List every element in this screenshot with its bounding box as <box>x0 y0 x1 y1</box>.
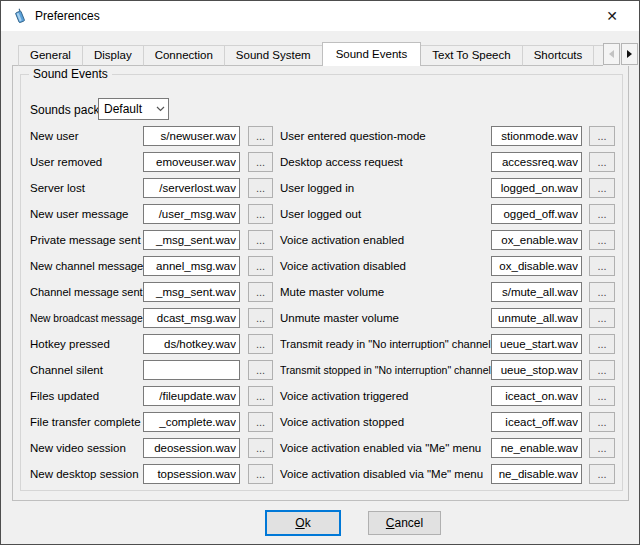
sound-file-input[interactable] <box>491 464 582 484</box>
sound-file-input[interactable] <box>491 152 582 172</box>
browse-button[interactable]: ... <box>248 282 273 302</box>
sound-file-input[interactable] <box>143 386 240 406</box>
ok-button[interactable]: Ok <box>265 510 341 536</box>
tab-scroll-left-button[interactable] <box>603 43 620 65</box>
browse-button[interactable]: ... <box>248 360 273 380</box>
events-column-left: New user ... User removed ... Server los… <box>30 123 274 487</box>
browse-button[interactable]: ... <box>248 204 273 224</box>
browse-button[interactable]: ... <box>589 412 615 432</box>
sound-file-input[interactable] <box>143 282 240 302</box>
sound-event-label: Server lost <box>30 182 143 194</box>
browse-button[interactable]: ... <box>248 230 273 250</box>
browse-button[interactable]: ... <box>589 230 615 250</box>
tab-sound-system[interactable]: Sound System <box>224 45 323 66</box>
sounds-pack-select[interactable]: Default <box>98 98 169 120</box>
sound-event-row: New broadcast message ... <box>30 305 274 331</box>
sound-event-row: Channel silent ... <box>30 357 274 383</box>
sound-file-input[interactable] <box>491 308 582 328</box>
sound-file-input[interactable] <box>143 204 240 224</box>
sound-file-input[interactable] <box>491 126 582 146</box>
tab-text-to-speech[interactable]: Text To Speech <box>420 45 522 66</box>
browse-button[interactable]: ... <box>589 334 615 354</box>
sound-file-input[interactable] <box>491 256 582 276</box>
close-icon[interactable]: ✕ <box>597 1 627 31</box>
tab-sound-events[interactable]: Sound Events <box>322 42 422 66</box>
sound-file-input[interactable] <box>491 360 582 380</box>
sound-event-row: Voice activation disabled ... <box>280 253 616 279</box>
sound-event-row: Voice activation stopped ... <box>280 409 616 435</box>
browse-button[interactable]: ... <box>589 438 615 458</box>
sound-event-label: Transmit stopped in "No interruption" ch… <box>280 364 491 376</box>
sound-event-label: Private message sent <box>30 234 143 246</box>
sound-event-label: Voice activation triggered <box>280 390 491 402</box>
browse-button[interactable]: ... <box>248 412 273 432</box>
browse-button[interactable]: ... <box>589 386 615 406</box>
browse-button[interactable]: ... <box>248 438 273 458</box>
browse-button[interactable]: ... <box>589 256 615 276</box>
browse-button[interactable]: ... <box>248 152 273 172</box>
browse-button[interactable]: ... <box>589 308 615 328</box>
sound-file-input[interactable] <box>491 178 582 198</box>
browse-button[interactable]: ... <box>589 282 615 302</box>
browse-button[interactable]: ... <box>248 464 273 484</box>
sound-file-input[interactable] <box>143 126 240 146</box>
sound-file-input[interactable] <box>143 464 240 484</box>
sound-file-input[interactable] <box>491 230 582 250</box>
arrow-right-icon <box>627 50 632 58</box>
sound-event-label: New desktop session <box>30 468 143 480</box>
browse-button[interactable]: ... <box>589 126 615 146</box>
browse-button[interactable]: ... <box>589 152 615 172</box>
browse-button[interactable]: ... <box>248 126 273 146</box>
sound-file-input[interactable] <box>143 256 240 276</box>
events-column-right: User entered question-mode ... Desktop a… <box>280 123 616 487</box>
group-title: Sound Events <box>29 67 112 81</box>
sounds-pack-value: Default <box>99 102 152 116</box>
sound-event-row: Transmit ready in "No interruption" chan… <box>280 331 616 357</box>
sound-file-input[interactable] <box>143 438 240 458</box>
browse-button[interactable]: ... <box>248 386 273 406</box>
sound-file-input[interactable] <box>143 360 240 380</box>
tab-general[interactable]: General <box>18 45 83 66</box>
sound-event-row: Private message sent ... <box>30 227 274 253</box>
sounds-pack-label: Sounds pack <box>30 99 99 121</box>
sound-event-row: Hotkey pressed ... <box>30 331 274 357</box>
sound-file-input[interactable] <box>143 152 240 172</box>
sound-file-input[interactable] <box>143 308 240 328</box>
browse-button[interactable]: ... <box>248 334 273 354</box>
sound-event-row: File transfer complete ... <box>30 409 274 435</box>
tab-scroll-right-button[interactable] <box>621 43 638 65</box>
sound-event-row: New user ... <box>30 123 274 149</box>
browse-button[interactable]: ... <box>589 464 615 484</box>
sound-file-input[interactable] <box>491 282 582 302</box>
sound-file-input[interactable] <box>491 334 582 354</box>
cancel-button[interactable]: Cancel <box>368 511 441 535</box>
browse-button[interactable]: ... <box>248 308 273 328</box>
sound-file-input[interactable] <box>491 438 582 458</box>
sound-event-row: Voice activation enabled ... <box>280 227 616 253</box>
sound-event-label: User logged in <box>280 182 491 194</box>
browse-button[interactable]: ... <box>589 360 615 380</box>
browse-button[interactable]: ... <box>248 256 273 276</box>
sound-event-row: User removed ... <box>30 149 274 175</box>
sound-event-label: Voice activation disabled <box>280 260 491 272</box>
tab-shortcuts[interactable]: Shortcuts <box>522 45 595 66</box>
sound-file-input[interactable] <box>143 178 240 198</box>
sound-event-row: Server lost ... <box>30 175 274 201</box>
sound-file-input[interactable] <box>143 230 240 250</box>
sound-event-row: Transmit stopped in "No interruption" ch… <box>280 357 616 383</box>
tab-connection[interactable]: Connection <box>143 45 225 66</box>
sound-events-pane: Sound Events Sounds pack Default New use… <box>12 65 629 501</box>
sound-file-input[interactable] <box>491 412 582 432</box>
sound-file-input[interactable] <box>143 412 240 432</box>
title-bar: Preferences ✕ <box>1 1 639 31</box>
sound-event-label: Voice activation enabled <box>280 234 491 246</box>
sound-file-input[interactable] <box>491 204 582 224</box>
sound-event-label: Channel silent <box>30 364 143 376</box>
sound-file-input[interactable] <box>143 334 240 354</box>
sound-file-input[interactable] <box>491 386 582 406</box>
tab-display[interactable]: Display <box>82 45 144 66</box>
sound-event-row: New desktop session ... <box>30 461 274 487</box>
browse-button[interactable]: ... <box>589 178 615 198</box>
browse-button[interactable]: ... <box>248 178 273 198</box>
browse-button[interactable]: ... <box>589 204 615 224</box>
